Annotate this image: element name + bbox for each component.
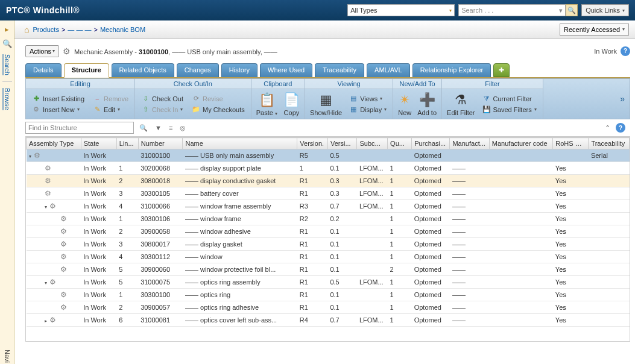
saved-filters[interactable]: 💾Saved Filters ▾ <box>481 105 538 115</box>
quick-links-label: Quick Links <box>586 7 620 14</box>
search-input[interactable]: Search . . . ▾ <box>458 4 566 16</box>
table-row[interactable]: ▾⚙In Work531000075—— optics ring assembl… <box>27 276 630 289</box>
target-icon[interactable]: ◎ <box>178 124 188 132</box>
table-header: Assembly TypeStateLin...NumberNameVersio… <box>27 138 630 149</box>
paste[interactable]: 📋Paste ▾ <box>256 92 277 116</box>
col-header[interactable]: RoHS Sta... <box>553 138 589 149</box>
breadcrumb-1[interactable]: — — — <box>68 26 91 33</box>
table-row[interactable]: ⚙In Work230900058—— window adhesiveR10.1… <box>27 225 630 238</box>
gear-icon: ⚙ <box>49 202 56 210</box>
ribbon-group-title: New/Add To <box>393 79 441 89</box>
insert-existing[interactable]: ✚Insert Existing <box>31 94 86 104</box>
views[interactable]: ▤Views ▾ <box>348 94 388 104</box>
col-header[interactable]: State <box>81 138 116 149</box>
ribbon-more[interactable]: » <box>615 79 630 119</box>
table-row[interactable]: ⚙In Work530900060—— window protective fo… <box>27 263 630 276</box>
col-header[interactable]: Name <box>183 138 297 149</box>
sidebar-navi[interactable]: Navi <box>4 348 11 364</box>
table-row[interactable]: ⚙In Work130300106—— window frameR20.21Op… <box>27 213 630 225</box>
recently-label: Recently Accessed <box>564 26 620 33</box>
funnel-icon[interactable]: ▼ <box>153 124 163 131</box>
tab-details[interactable]: Details <box>25 63 62 77</box>
col-header[interactable]: Lin... <box>116 138 138 149</box>
gear-icon: ⚙ <box>45 189 51 198</box>
sidebar-browse[interactable]: Browse <box>4 87 11 111</box>
table-row[interactable]: ⚙In Work330800017—— display gasketR10.11… <box>27 238 630 251</box>
expand-icon[interactable]: ▸ <box>2 24 12 34</box>
col-header[interactable]: Assembly Type <box>27 138 81 149</box>
table-row[interactable]: ▾⚙In Work31000100—— USB only main assemb… <box>27 149 630 162</box>
check-out[interactable]: ⇩Check Out <box>140 94 185 104</box>
plus-icon: ✚ <box>32 95 40 103</box>
subbar: ⌂ Products > — — — > Mechanic BOM Recent… <box>0 20 635 39</box>
breadcrumb-products[interactable]: Products <box>33 26 58 33</box>
tab-add[interactable]: ✚ <box>493 63 510 77</box>
type-select[interactable]: All Types ▾ <box>347 4 455 16</box>
add-to[interactable]: ➕Add to <box>417 92 437 116</box>
table-row[interactable]: ⚙In Work230900057—— optics ring adhesive… <box>27 301 630 314</box>
tab-where-used[interactable]: Where Used <box>260 63 312 77</box>
copy[interactable]: 📄Copy <box>283 92 300 116</box>
tab-history[interactable]: History <box>221 63 257 77</box>
col-header[interactable]: Number <box>138 138 183 149</box>
col-header[interactable]: Manufact... <box>450 138 489 149</box>
tree-toggle-icon[interactable]: ▾ <box>29 154 34 159</box>
current-filter[interactable]: ⧩Current Filter <box>481 94 538 104</box>
col-header[interactable]: Traceability <box>589 138 630 149</box>
tab-related-objects[interactable]: Related Objects <box>112 63 174 77</box>
col-header[interactable]: Manufacturer code <box>489 138 552 149</box>
find-input[interactable] <box>25 122 134 134</box>
find-icon[interactable]: 🔍 <box>137 124 150 132</box>
check-in: ⇧Check In ▾ <box>140 105 185 115</box>
table-row[interactable]: ⚙In Work330300105—— battery coverR10.3LF… <box>27 187 630 200</box>
show-hide[interactable]: ▦Show/Hide <box>310 92 342 116</box>
col-header[interactable]: Qu... <box>388 138 412 149</box>
edit[interactable]: ✎Edit ▾ <box>92 105 130 115</box>
tab-structure[interactable]: Structure <box>64 63 109 78</box>
tab-relationship-explorer[interactable]: Relationship Explorer <box>412 63 491 77</box>
my-checkouts[interactable]: 📁My Checkouts <box>191 105 246 115</box>
table-row[interactable]: ⚙In Work130200068—— display support plat… <box>27 162 630 175</box>
tree-toggle-icon[interactable]: ▸ <box>45 318 49 324</box>
col-header[interactable]: Subc... <box>357 138 388 149</box>
tree-icon[interactable]: ≡ <box>167 124 174 131</box>
col-header[interactable]: Version. <box>297 138 328 149</box>
table: Assembly TypeStateLin...NumberNameVersio… <box>26 137 630 327</box>
logo: PTC® Windchill® <box>6 5 80 15</box>
col-header[interactable]: Versi... <box>327 138 357 149</box>
tree-toggle-icon[interactable]: ▾ <box>45 280 49 286</box>
search-icon[interactable]: 🔍 <box>2 39 12 48</box>
sidebar-search[interactable]: Search <box>4 53 11 77</box>
col-header[interactable]: Purchasi... <box>412 138 450 149</box>
search-button[interactable]: 🔍 <box>566 4 578 16</box>
tab-aml-avl[interactable]: AML/AVL <box>367 63 410 77</box>
paste-icon: 📋 <box>259 92 275 108</box>
table-row[interactable]: ▾⚙In Work431000066—— window frame assemb… <box>27 200 630 213</box>
ribbon-group-title: Filter <box>442 79 543 89</box>
tabs: DetailsStructureRelated ObjectsChangesHi… <box>25 63 630 78</box>
quick-links[interactable]: Quick Links ▾ <box>581 4 629 16</box>
breadcrumb-mechanic-bom[interactable]: Mechanic BOM <box>100 26 145 33</box>
display[interactable]: ▦Display ▾ <box>348 105 388 115</box>
tab-changes[interactable]: Changes <box>177 63 219 77</box>
tree-toggle-icon[interactable]: ▾ <box>45 204 49 210</box>
gear-icon: ⚙ <box>49 316 56 324</box>
home-icon[interactable]: ⌂ <box>24 25 29 34</box>
tab-traceability[interactable]: Traceability <box>315 63 364 77</box>
collapse-icon[interactable]: ⌃ <box>603 124 612 132</box>
table-row[interactable]: ⚙In Work130300100—— optics ringR10.11Opt… <box>27 289 630 301</box>
insert-new[interactable]: ⚙Insert New ▾ <box>31 105 86 115</box>
gear-icon: ⚙ <box>34 151 40 160</box>
recently-accessed[interactable]: Recently Accessed ▾ <box>560 24 629 36</box>
ribbon-editing: Editing ✚Insert Existing ⚙Insert New ▾ −… <box>26 79 135 119</box>
table-row[interactable]: ⚙In Work430300112—— windowR10.11Optomed—… <box>27 251 630 263</box>
status: In Work ? <box>594 46 630 56</box>
new[interactable]: ✴New <box>398 92 411 116</box>
gear-icon: ⚙ <box>60 227 67 236</box>
help-icon[interactable]: ? <box>616 123 625 133</box>
edit-filter[interactable]: ⚗Edit Filter <box>447 92 475 116</box>
table-row[interactable]: ⚙In Work230800018—— display conductive g… <box>27 175 630 187</box>
actions-button[interactable]: Actions ▾ <box>25 45 59 57</box>
help-icon[interactable]: ? <box>621 46 630 56</box>
table-row[interactable]: ▸⚙In Work631000081—— optics cover left s… <box>27 314 630 327</box>
